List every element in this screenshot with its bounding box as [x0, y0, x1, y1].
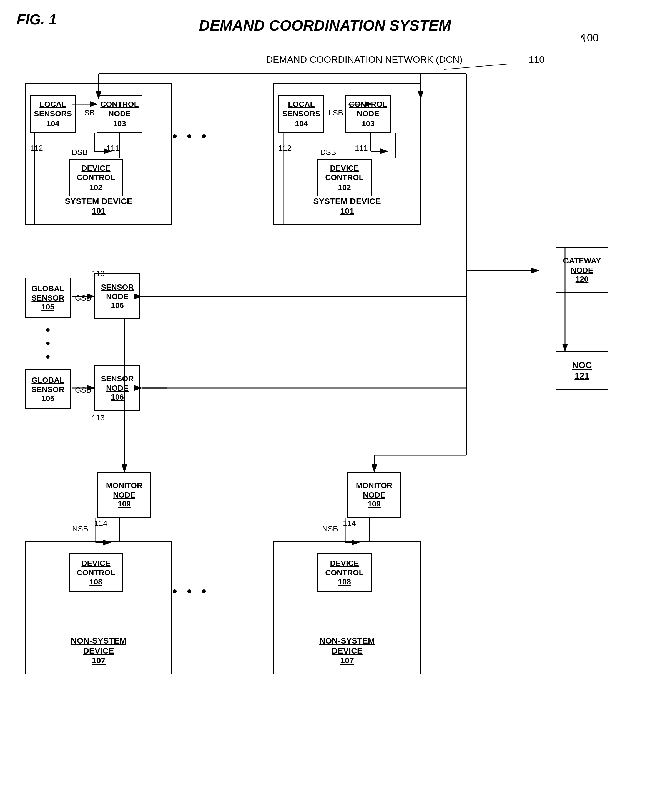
gsb-bottom: GSB [75, 386, 91, 395]
ref-113-bottom: 113 [92, 414, 105, 422]
local-sensors-left-label: LOCALSENSORS [34, 100, 72, 118]
device-control-left-ref: 102 [89, 183, 102, 192]
global-sensor-bottom-label: GLOBALSENSOR [31, 375, 64, 394]
gsb-top: GSB [75, 294, 91, 302]
ref-113-top: 113 [92, 269, 105, 278]
gateway-node-box: GATEWAYNODE 120 [555, 247, 608, 293]
ref-112-right: 112 [278, 144, 292, 153]
device-control-right-ns-box: DEVICECONTROL 108 [317, 553, 372, 592]
lsb-right: LSB [329, 108, 343, 118]
noc-box: NOC 121 [555, 351, 608, 390]
global-sensor-bottom-box: GLOBALSENSOR 105 [25, 369, 71, 409]
device-control-right-ns-label: DEVICECONTROL [325, 559, 364, 577]
monitor-node-left-box: MONITORNODE 109 [97, 472, 151, 517]
gateway-node-ref: 120 [576, 275, 589, 284]
main-title: DEMAND COORDINATION SYSTEM [199, 17, 451, 34]
fig-label: FIG. 1 [17, 11, 57, 28]
device-control-right-ref: 102 [338, 183, 351, 192]
gateway-node-label: GATEWAYNODE [563, 256, 601, 275]
control-node-left-ref: 103 [113, 119, 126, 128]
ref-114-right: 114 [343, 519, 356, 528]
sensor-node-top-label: SENSORNODE [101, 282, 133, 301]
system-device-left-label-inner: SYSTEM DEVICE 101 [65, 196, 132, 216]
dsb-right: DSB [320, 148, 336, 157]
lsb-left: LSB [80, 108, 95, 118]
sensor-node-top-box: SENSORNODE 106 [95, 273, 140, 319]
device-control-left-ns-label: DEVICECONTROL [76, 559, 115, 577]
noc-ref: 121 [575, 371, 589, 381]
device-control-right-label: DEVICECONTROL [325, 163, 364, 182]
ref-112-left: 112 [30, 144, 43, 153]
local-sensors-left-ref: 104 [46, 119, 60, 128]
sensor-node-top-ref: 106 [111, 301, 124, 310]
monitor-node-left-ref: 109 [118, 499, 131, 508]
global-sensor-top-ref: 105 [41, 302, 54, 311]
dcn-label: DEMAND COORDINATION NETWORK (DCN) [266, 54, 463, 65]
control-node-left-box: CONTROLNODE 103 [96, 95, 142, 133]
ref-114-left: 114 [95, 519, 107, 528]
monitor-node-right-ref: 109 [368, 499, 381, 508]
noc-label: NOC [572, 360, 592, 371]
non-system-device-left-outer: DEVICECONTROL 108 NON-SYSTEM DEVICE 107 [25, 541, 172, 675]
device-control-left-box: DEVICECONTROL 102 [69, 159, 123, 197]
nsb-right: NSB [322, 525, 338, 533]
control-node-right-ref: 103 [361, 119, 375, 128]
local-sensors-left-box: LOCALSENSORS 104 [30, 95, 76, 133]
local-sensors-right-ref: 104 [295, 119, 308, 128]
monitor-node-right-label: MONITORNODE [356, 481, 393, 499]
monitor-node-right-box: MONITORNODE 109 [347, 472, 401, 517]
dots-middle-top: • • • [172, 128, 210, 144]
global-sensor-top-box: GLOBALSENSOR 105 [25, 278, 71, 318]
nsb-left: NSB [72, 525, 88, 533]
local-sensors-right-box: LOCALSENSORS 104 [278, 95, 324, 133]
system-device-right-label-inner: SYSTEM DEVICE 101 [313, 196, 381, 216]
sensor-node-bottom-box: SENSORNODE 106 [95, 365, 140, 411]
device-control-left-ns-box: DEVICECONTROL 108 [69, 553, 123, 592]
local-sensors-right-label: LOCALSENSORS [282, 100, 320, 118]
ref-111-right: 111 [355, 144, 368, 153]
device-control-right-box: DEVICECONTROL 102 [317, 159, 372, 197]
sensor-node-bottom-ref: 106 [111, 393, 124, 401]
non-system-device-right-label-inner: NON-SYSTEM DEVICE 107 [311, 636, 384, 665]
system-device-left-outer: LOCALSENSORS 104 LSB CONTROLNODE 103 112… [25, 83, 172, 225]
ref-111-left: 111 [106, 144, 119, 153]
dcn-ref: 110 [529, 54, 544, 65]
non-system-device-right-outer: DEVICECONTROL 108 NON-SYSTEM DEVICE 107 [274, 541, 421, 675]
monitor-node-left-label: MONITORNODE [106, 481, 143, 499]
control-node-left-label: CONTROLNODE [100, 100, 139, 118]
device-control-right-ns-ref: 108 [338, 577, 351, 586]
sensor-node-bottom-label: SENSORNODE [101, 374, 133, 393]
dots-middle-bottom: • • • [172, 583, 210, 600]
dsb-left: DSB [72, 148, 88, 157]
system-device-right-outer: LOCALSENSORS 104 LSB CONTROLNODE 103 112… [274, 83, 421, 225]
device-control-left-label: DEVICECONTROL [76, 163, 115, 182]
device-control-left-ns-ref: 108 [89, 577, 102, 586]
non-system-device-left-label-inner: NON-SYSTEM DEVICE 107 [62, 636, 135, 665]
global-sensor-bottom-ref: 105 [41, 394, 54, 403]
control-node-right-box: CONTROLNODE 103 [345, 95, 391, 133]
vertical-dots: ••• [46, 323, 50, 363]
control-node-right-label: CONTROLNODE [349, 100, 387, 118]
global-sensor-top-label: GLOBALSENSOR [31, 284, 64, 302]
